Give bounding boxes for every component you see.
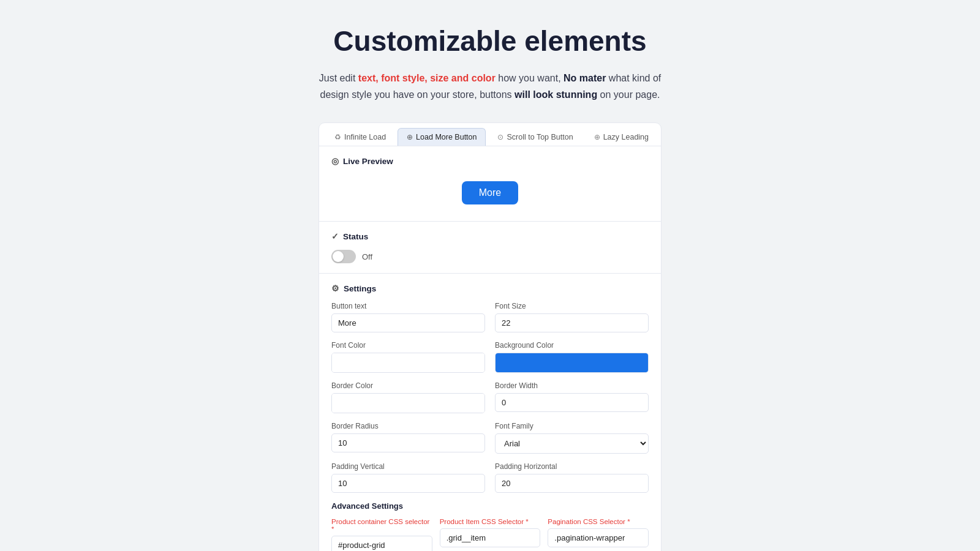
settings-header: ⚙ Settings [331,283,649,293]
padding-vertical-input[interactable] [331,474,485,493]
border-width-label: Border Width [495,381,649,390]
group-border-width: Border Width [495,381,649,413]
live-preview-section: ◎ Live Preview More [319,146,661,222]
group-border-color: Border Color [331,381,485,413]
font-color-label: Font Color [331,341,485,350]
tab-icon-lazy: ⊕ [594,133,600,141]
row-border: Border Color Border Width [331,381,649,413]
border-width-input[interactable] [495,393,649,412]
subtitle-text-1: Just edit [319,73,358,83]
settings-label: Settings [344,284,376,293]
background-color-picker[interactable] [495,353,649,373]
settings-section: ⚙ Settings Button text Font Size Font Co… [319,274,661,551]
tab-load-more-button[interactable]: ⊕ Load More Button [398,128,486,146]
subtitle-text-4: on your page. [597,89,660,100]
toggle-row: Off [331,250,649,263]
font-size-input[interactable] [495,313,649,332]
tab-label-scroll: Scroll to Top Button [507,133,573,141]
product-item-css-label: Product Item CSS Selector * [440,518,541,525]
tab-icon-scroll: ⊙ [497,133,503,141]
preview-area: More [331,174,649,211]
live-preview-header: ◎ Live Preview [331,156,649,166]
font-family-label: Font Family [495,422,649,430]
row-radius-font: Border Radius Font Family Arial Georgia … [331,422,649,454]
toggle-state-label: Off [362,252,372,261]
border-color-picker[interactable] [331,393,485,413]
page-subtitle: Just edit text, font style, size and col… [306,70,674,103]
status-header: ✓ Status [331,231,649,241]
tab-label-infinite: Infinite Load [344,133,386,141]
font-family-select[interactable]: Arial Georgia Times New Roman Verdana [495,433,649,454]
preview-icon: ◎ [331,156,339,166]
padding-horizontal-input[interactable] [495,474,649,493]
group-font-color: Font Color [331,341,485,373]
tab-icon-load-more: ⊕ [407,133,413,141]
pagination-css-label: Pagination CSS Selector * [548,518,649,525]
row-padding: Padding Vertical Padding Horizontal [331,462,649,493]
tab-label-lazy: Lazy Leading [603,133,649,141]
pagination-css-input[interactable] [548,528,649,547]
group-font-family: Font Family Arial Georgia Times New Roma… [495,422,649,454]
group-button-text: Button text [331,302,485,332]
padding-vertical-label: Padding Vertical [331,462,485,471]
status-section: ✓ Status Off [319,222,661,274]
border-color-label: Border Color [331,381,485,390]
subtitle-highlight: text, font style, size and color [358,73,496,83]
background-color-label: Background Color [495,341,649,350]
main-card: ♻ Infinite Load ⊕ Load More Button ⊙ Scr… [318,122,662,551]
tab-lazy-loading[interactable]: ⊕ Lazy Leading [585,128,658,146]
product-item-css-input[interactable] [440,528,541,547]
status-toggle[interactable] [331,250,356,263]
border-radius-label: Border Radius [331,422,485,430]
preview-more-button[interactable]: More [462,181,518,204]
group-border-radius: Border Radius [331,422,485,454]
advanced-settings-block: Advanced Settings Product container CSS … [331,501,649,551]
tab-icon-infinite: ♻ [334,133,341,141]
font-color-swatch [332,353,484,372]
button-text-label: Button text [331,302,485,310]
border-radius-input[interactable] [331,433,485,452]
font-size-label: Font Size [495,302,649,310]
background-color-swatch [496,353,648,372]
group-font-size: Font Size [495,302,649,332]
border-color-swatch [332,394,484,413]
subtitle-bold-2: will look stunning [514,89,597,100]
group-product-container-css: Product container CSS selector * [331,518,432,551]
font-color-picker[interactable] [331,353,485,373]
product-container-css-label: Product container CSS selector * [331,518,432,533]
group-padding-vertical: Padding Vertical [331,462,485,493]
tab-bar: ♻ Infinite Load ⊕ Load More Button ⊙ Scr… [319,123,661,146]
group-pagination-css: Pagination CSS Selector * [548,518,649,551]
group-product-item-css: Product Item CSS Selector * [440,518,541,551]
tab-scroll-to-top[interactable]: ⊙ Scroll to Top Button [488,128,582,146]
live-preview-label: Live Preview [343,157,393,166]
group-background-color: Background Color [495,341,649,373]
tab-label-load-more: Load More Button [416,133,477,141]
page-title: Customizable elements [333,24,646,58]
product-container-css-input[interactable] [331,536,432,551]
status-icon: ✓ [331,231,339,241]
css-selectors-row: Product container CSS selector * Product… [331,518,649,551]
subtitle-text-2: how you want, [496,73,564,83]
padding-horizontal-label: Padding Horizontal [495,462,649,471]
status-label: Status [343,232,368,241]
row-button-text-font-size: Button text Font Size [331,302,649,332]
button-text-input[interactable] [331,313,485,332]
tab-infinite-load[interactable]: ♻ Infinite Load [325,128,395,146]
advanced-title: Advanced Settings [331,501,649,511]
settings-icon: ⚙ [331,283,339,293]
row-colors: Font Color Background Color [331,341,649,373]
group-padding-horizontal: Padding Horizontal [495,462,649,493]
subtitle-bold-1: No mater [564,73,606,83]
